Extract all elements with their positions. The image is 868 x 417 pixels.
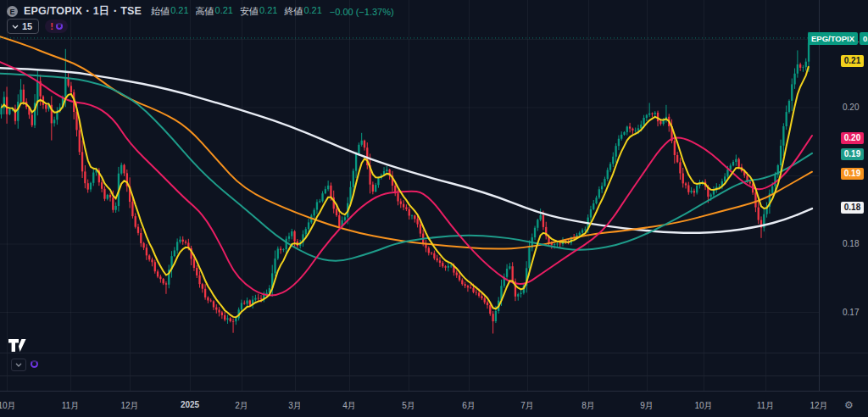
- time-tick: 2025: [181, 400, 199, 409]
- chart-canvas[interactable]: [0, 0, 868, 417]
- time-tick: 10月: [0, 400, 16, 412]
- change-value: −0.00 (−1.37%): [330, 7, 394, 17]
- interval-value: 15: [22, 21, 32, 31]
- high-value: 0.21: [215, 5, 233, 18]
- low-value: 0.21: [259, 5, 277, 18]
- time-tick: 12月: [810, 400, 827, 412]
- open-label: 始値: [151, 5, 170, 18]
- chevron-down-icon: [12, 25, 19, 29]
- pane-collapse-button[interactable]: [11, 359, 26, 371]
- time-tick: 12月: [120, 400, 138, 412]
- time-tick: 7月: [520, 400, 534, 412]
- time-tick: 3月: [288, 400, 302, 412]
- gear-icon[interactable]: ⚙: [844, 399, 854, 411]
- symbol-logo: E: [7, 6, 18, 17]
- close-value: 0.21: [303, 5, 321, 18]
- time-tick: 10月: [694, 400, 712, 412]
- time-tick: 11月: [757, 400, 774, 412]
- ohlc-values: 始値0.21 高値0.21 安値0.21 終値0.21: [151, 5, 322, 18]
- loading-spinner-icon: [56, 23, 63, 30]
- interval-button[interactable]: 15: [7, 19, 39, 34]
- open-value: 0.21: [170, 5, 188, 18]
- chart-app: E EPG/TOPIX・1日・TSE 始値0.21 高値0.21 安値0.21 …: [0, 0, 868, 417]
- ma-line-orange: [0, 36, 812, 248]
- time-tick: 8月: [581, 400, 595, 412]
- time-axis[interactable]: ⚙ 10月11月12月20252月3月4月5月6月7月8月9月10月11月12月: [0, 392, 868, 417]
- time-tick: 5月: [402, 400, 415, 412]
- symbol-title[interactable]: EPG/TOPIX・1日・TSE: [24, 4, 142, 19]
- time-tick: 4月: [342, 400, 356, 412]
- time-tick: 11月: [62, 400, 79, 412]
- time-tick: 2月: [235, 400, 248, 412]
- time-tick: 6月: [462, 400, 476, 412]
- time-tick: 9月: [640, 400, 654, 412]
- high-label: 高値: [196, 5, 214, 18]
- alert-icon: !: [50, 22, 53, 31]
- low-label: 安値: [240, 5, 259, 18]
- close-label: 終値: [284, 5, 303, 18]
- indicator-status-pill[interactable]: !: [45, 19, 68, 33]
- symbol-legend[interactable]: E EPG/TOPIX・1日・TSE 始値0.21 高値0.21 安値0.21 …: [7, 4, 394, 19]
- tradingview-logo-icon[interactable]: [8, 338, 28, 353]
- pane-loading-spinner-icon: [31, 360, 38, 368]
- chevron-down-icon: [15, 363, 22, 367]
